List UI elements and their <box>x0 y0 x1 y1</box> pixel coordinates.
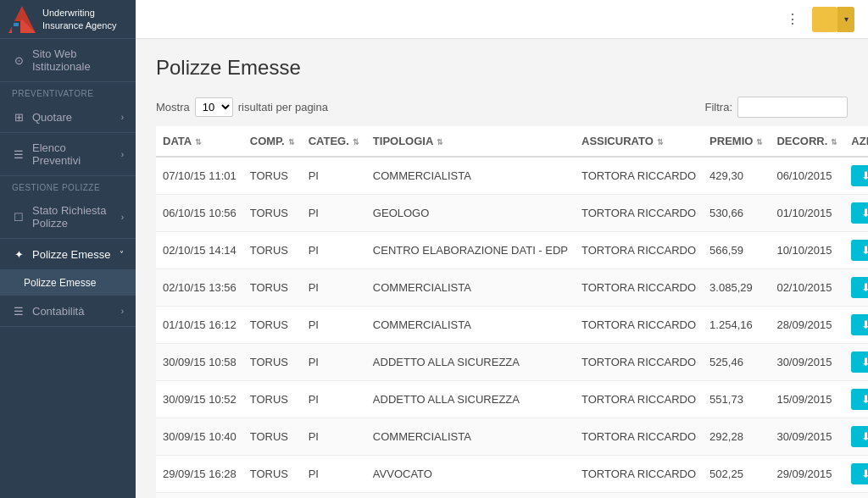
sidebar-item-sito-web[interactable]: ⊙ Sito Web Istituzionale <box>0 39 136 82</box>
sidebar-item-stato-richiesta-polizze[interactable]: ☐ Stato Richiesta Polizze › <box>0 196 136 239</box>
svg-rect-3 <box>14 23 19 26</box>
cell-comp: TORUS <box>243 456 302 493</box>
cell-assicurato: TORTORA RICCARDO <box>575 195 703 232</box>
cell-premio: 429,30 <box>703 157 770 195</box>
cell-azioni: ⬇ Download <box>844 195 868 232</box>
download-button[interactable]: ⬇ Download <box>851 426 868 447</box>
sidebar-section-gestione-polizze: GESTIONE POLIZZE <box>0 176 136 196</box>
cell-assicurato: TORTORA RICCARDO <box>575 157 703 195</box>
cell-tipologia: AGENTE IN ATTIVITA' FINANZIARIA <box>366 493 575 499</box>
col-decorr[interactable]: DECORR.⇅ <box>770 126 844 157</box>
sidebar-logo: Underwriting Insurance Agency <box>0 0 136 39</box>
download-button[interactable]: ⬇ Download <box>851 277 868 298</box>
table-row: 06/10/15 10:56 TORUS PI GEOLOGO TORTORA … <box>156 195 868 232</box>
col-premio[interactable]: PREMIO⇅ <box>703 126 770 157</box>
sidebar: Underwriting Insurance Agency ⊙ Sito Web… <box>0 0 136 498</box>
cell-categ: PI <box>302 381 366 418</box>
download-button[interactable]: ⬇ Download <box>851 202 868 224</box>
sort-icon-decorr: ⇅ <box>831 138 837 147</box>
doc-icon: ☐ <box>12 210 25 224</box>
download-icon: ⬇ <box>861 430 868 443</box>
filter-label: Filtra: <box>705 101 733 113</box>
col-data[interactable]: DATA⇅ <box>156 126 243 157</box>
download-icon: ⬇ <box>861 356 868 368</box>
cell-azioni: ⬇ Download <box>844 493 868 499</box>
download-button[interactable]: ⬇ Download <box>851 351 868 373</box>
table-header-row: DATA⇅ COMP.⇅ CATEG.⇅ TIPOLOGIA⇅ ASSICURA… <box>156 126 868 157</box>
tag-icon: ✦ <box>12 247 25 261</box>
grid-icon: ⊞ <box>12 110 25 124</box>
cell-azioni: ⬇ Download <box>844 381 868 418</box>
cell-categ: PI <box>302 307 366 344</box>
download-button[interactable]: ⬇ Download <box>851 314 868 335</box>
col-categ[interactable]: CATEG.⇅ <box>302 126 366 157</box>
polizze-table: DATA⇅ COMP.⇅ CATEG.⇅ TIPOLOGIA⇅ ASSICURA… <box>156 126 868 498</box>
cell-premio: 530,66 <box>703 195 770 232</box>
table-controls-right: Filtra: <box>705 97 849 118</box>
filter-input[interactable] <box>737 97 848 118</box>
cell-comp: TORUS <box>243 381 302 418</box>
cell-tipologia: ADDETTO ALLA SICUREZZA <box>366 381 575 418</box>
table-row: 30/09/15 10:58 TORUS PI ADDETTO ALLA SIC… <box>156 344 868 381</box>
cell-comp: TORUS <box>243 195 302 232</box>
sort-icon-assicurato: ⇅ <box>657 138 664 147</box>
cell-data: 01/10/15 16:12 <box>156 307 243 344</box>
cell-data: 02/10/15 14:14 <box>156 232 243 269</box>
cell-azioni: ⬇ Download <box>844 456 868 493</box>
cell-assicurato: TORTORA RICCARDO <box>575 456 703 493</box>
sidebar-subitem-polizze-emesse[interactable]: Polizze Emesse <box>0 270 136 296</box>
cell-azioni: ⬇ Download <box>844 344 868 381</box>
cell-tipologia: COMMERCIALISTA <box>366 269 575 307</box>
cell-comp: TORUS <box>243 418 302 456</box>
sort-icon-tipologia: ⇅ <box>437 138 443 147</box>
quotare-arrow: › <box>121 113 124 122</box>
cell-decorr: 30/09/2015 <box>770 344 844 381</box>
table-row: 30/09/15 10:40 TORUS PI COMMERCIALISTA T… <box>156 418 868 456</box>
cell-premio: 292,28 <box>703 418 770 456</box>
cell-data: 07/10/15 11:01 <box>156 157 243 195</box>
stato-arrow: › <box>121 213 124 222</box>
download-button[interactable]: ⬇ Download <box>851 240 868 261</box>
color-dropdown-button[interactable]: ▾ <box>837 7 854 32</box>
sidebar-item-polizze-emesse[interactable]: ✦ Polizze Emesse ˅ <box>0 239 136 270</box>
per-page-select[interactable]: 10 25 50 <box>195 97 233 117</box>
polizze-arrow: ˅ <box>120 250 124 259</box>
logo-icon <box>8 6 36 33</box>
sidebar-section-preventivatore: PREVENTIVATORE <box>0 82 136 102</box>
contabilita-arrow: › <box>121 307 124 316</box>
sidebar-item-elenco-preventivi[interactable]: ☰ Elenco Preventivi › <box>0 133 136 176</box>
table-row: 01/10/15 16:12 TORUS PI COMMERCIALISTA T… <box>156 307 868 344</box>
cell-azioni: ⬇ Download <box>844 418 868 456</box>
menu-dots-button[interactable]: ⋮ <box>780 7 805 32</box>
sort-icon-data: ⇅ <box>195 138 202 147</box>
color-picker-group: ▾ <box>812 7 854 32</box>
cell-decorr: 29/09/2015 <box>770 456 844 493</box>
cell-premio: 1.254,16 <box>703 307 770 344</box>
cell-data: 30/09/15 10:58 <box>156 344 243 381</box>
cell-data: 29/09/15 16:28 <box>156 456 243 493</box>
download-button[interactable]: ⬇ Download <box>851 463 868 484</box>
sidebar-item-quotare[interactable]: ⊞ Quotare › <box>0 102 136 133</box>
cell-categ: PI <box>302 269 366 307</box>
download-icon: ⬇ <box>861 393 868 406</box>
location-icon: ⊙ <box>12 53 25 67</box>
sidebar-item-contabilita[interactable]: ☰ Contabilità › <box>0 296 136 327</box>
cell-azioni: ⬇ Download <box>844 157 868 195</box>
elenco-arrow: › <box>121 150 124 159</box>
col-tipologia[interactable]: TIPOLOGIA⇅ <box>366 126 575 157</box>
list-icon: ☰ <box>12 147 25 161</box>
cell-tipologia: COMMERCIALISTA <box>366 307 575 344</box>
table-row: 30/09/15 10:52 TORUS PI ADDETTO ALLA SIC… <box>156 381 868 418</box>
cell-assicurato: TORTORA RICCARDO <box>575 493 703 499</box>
color-swatch[interactable] <box>812 7 837 32</box>
download-button[interactable]: ⬇ Download <box>851 389 868 410</box>
cell-azioni: ⬇ Download <box>844 307 868 344</box>
cell-comp: TORUS <box>243 344 302 381</box>
col-assicurato[interactable]: ASSICURATO⇅ <box>575 126 703 157</box>
col-azioni[interactable]: AZIONI⇅ <box>844 126 868 157</box>
col-comp[interactable]: COMP.⇅ <box>243 126 302 157</box>
contabilita-icon: ☰ <box>12 304 25 318</box>
cell-azioni: ⬇ Download <box>844 269 868 307</box>
cell-decorr: 01/10/2015 <box>770 195 844 232</box>
download-button[interactable]: ⬇ Download <box>851 165 868 186</box>
